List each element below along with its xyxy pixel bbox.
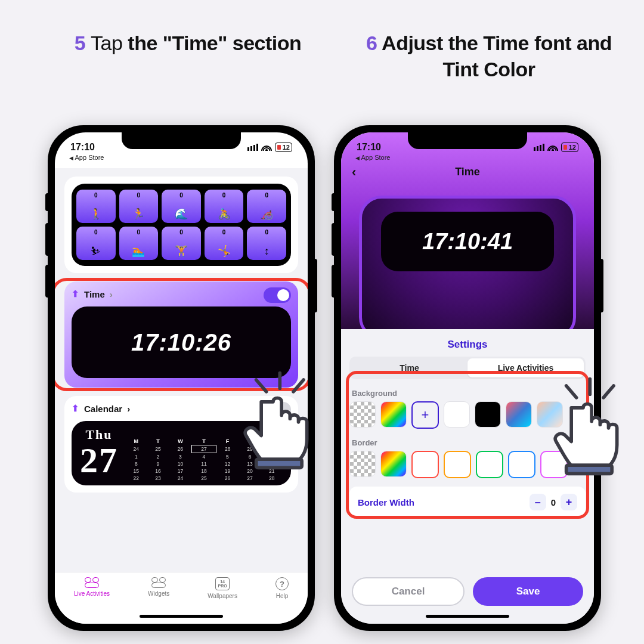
swatch-border-red[interactable] [411,451,439,478]
activity-tile[interactable]: 0↕ [247,227,286,260]
svg-line-0 [256,380,267,392]
swatch-rainbow[interactable] [380,401,407,428]
activity-tile[interactable]: 0🚴 [205,190,244,223]
step-verb: Tap [91,32,122,54]
swatch-add[interactable]: + [411,401,439,429]
border-width-row: Border Width – 0 + [349,487,586,518]
clock: 17:10 [70,142,95,153]
seg-live-activities[interactable]: Live Activities [467,358,584,377]
activity-tile[interactable]: 0🚶 [76,190,116,223]
settings-heading: Settings [341,329,594,357]
activity-tile[interactable]: 0🌊 [162,190,201,223]
tab-wallpapers[interactable]: 14PRO Wallpapers [208,577,237,599]
svg-line-6 [603,386,614,398]
step-5-heading: 5 Tap the "Time" section [48,30,328,56]
tab-widgets[interactable]: Widgets [148,577,169,597]
breadcrumb[interactable]: App Store [355,154,390,161]
activity-tile[interactable]: 0🏊 [119,227,159,260]
swatch-transparent[interactable] [349,401,376,428]
time-toggle[interactable] [264,287,291,303]
signal-icon [534,144,544,151]
swatch-border-blue[interactable] [508,451,535,478]
arrow-up-icon: ⬆ [72,403,79,414]
home-bar[interactable] [426,615,509,618]
activity-tile[interactable]: 0⛷ [76,227,116,260]
tab-live-activities[interactable]: Live Activities [74,577,110,597]
swatch-white[interactable] [444,401,470,428]
swatch-gradient-1[interactable] [506,401,532,428]
time-label: Time [84,289,105,299]
time-display: 17:10:41 [381,212,554,271]
page-title: Time [341,166,594,178]
step-6-heading: 6 Adjust the Time font and Tint Color [349,30,629,82]
wifi-icon [548,144,558,151]
breadcrumb[interactable]: App Store [69,154,104,161]
step-number: 6 [366,32,377,54]
activity-tile[interactable]: 0🤸 [205,227,244,260]
border-width-increment[interactable]: + [561,494,577,510]
step-text: Adjust the Time font and Tint Color [382,32,612,80]
swatch-rainbow[interactable] [380,451,407,477]
widgets-icon [151,577,166,588]
svg-rect-3 [256,459,302,467]
svg-rect-7 [566,465,612,473]
time-display: 17:10:26 [72,306,291,378]
swatch-transparent[interactable] [349,451,376,477]
tap-cursor-icon [543,376,644,477]
activity-tile[interactable]: 0🏋 [162,227,201,260]
calendar-label: Calendar [84,404,122,414]
seg-time[interactable]: Time [351,358,467,377]
swatch-border-orange[interactable] [444,451,471,478]
chevron-right-icon: › [127,404,130,414]
save-button[interactable]: Save [473,577,583,606]
chevron-right-icon: › [110,289,113,299]
svg-line-4 [566,386,577,398]
step-number: 5 [75,32,85,54]
time-widget-preview: 17:10:41 [359,196,576,340]
wallpapers-icon: 14PRO [215,577,230,590]
signal-icon [247,144,258,151]
arrow-up-icon: ⬆ [72,289,79,299]
border-width-decrement[interactable]: – [530,494,546,510]
swatch-black[interactable] [475,401,501,428]
tab-help[interactable]: ? Help [275,577,289,599]
battery-icon: 12 [561,143,578,152]
tap-cursor-icon [233,370,334,471]
live-activities-icon [85,577,99,588]
activity-tile[interactable]: 0🦽 [247,190,286,223]
home-bar[interactable] [140,615,223,618]
activity-widget-card[interactable]: 0🚶0🏃0🌊0🚴0🦽0⛷0🏊0🏋0🤸0↕ [64,177,298,273]
wifi-icon [262,144,271,151]
cancel-button[interactable]: Cancel [352,577,465,606]
step-text: the "Time" section [128,32,301,54]
swatch-border-green[interactable] [476,451,503,478]
activity-tile[interactable]: 0🏃 [119,190,159,223]
battery-icon: 12 [275,143,292,152]
help-icon: ? [275,577,289,590]
day-of-month: 27 [80,442,118,478]
svg-line-2 [293,380,304,392]
border-width-value: 0 [551,497,556,507]
clock: 17:10 [357,142,381,153]
